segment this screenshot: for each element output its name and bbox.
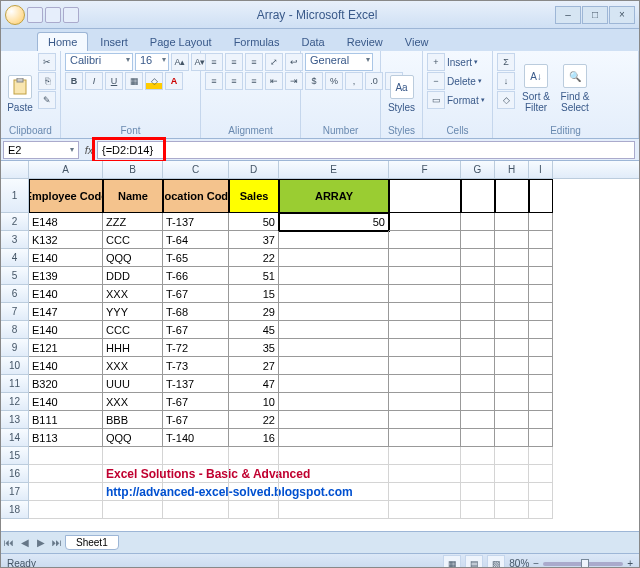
cell-G1[interactable]	[461, 179, 495, 213]
cell-E2[interactable]: 50	[279, 213, 389, 231]
cell-F15[interactable]	[389, 447, 461, 465]
cell-F10[interactable]	[389, 357, 461, 375]
cell-F18[interactable]	[389, 501, 461, 519]
cell-A6[interactable]: E140	[29, 285, 103, 303]
grow-font-icon[interactable]: A▴	[171, 53, 189, 71]
cell-H18[interactable]	[495, 501, 529, 519]
cell-D3[interactable]: 37	[229, 231, 279, 249]
cell-D17[interactable]	[229, 483, 279, 501]
cell-G4[interactable]	[461, 249, 495, 267]
sheet-tab[interactable]: Sheet1	[65, 535, 119, 550]
cell-I13[interactable]	[529, 411, 553, 429]
cell-A12[interactable]: E140	[29, 393, 103, 411]
cell-I18[interactable]	[529, 501, 553, 519]
row-header[interactable]: 8	[1, 321, 29, 339]
cell-C2[interactable]: T-137	[163, 213, 229, 231]
cell-A1[interactable]: Employee Code	[29, 179, 103, 213]
cell-E10[interactable]	[279, 357, 389, 375]
cell-C14[interactable]: T-140	[163, 429, 229, 447]
row-header[interactable]: 17	[1, 483, 29, 501]
cell-A4[interactable]: E140	[29, 249, 103, 267]
cell-B1[interactable]: Name	[103, 179, 163, 213]
italic-button[interactable]: I	[85, 72, 103, 90]
select-all-corner[interactable]	[1, 161, 29, 178]
align-center-icon[interactable]: ≡	[225, 72, 243, 90]
cell-G6[interactable]	[461, 285, 495, 303]
sort-filter-button[interactable]: A↓Sort & Filter	[518, 53, 554, 113]
cell-B14[interactable]: QQQ	[103, 429, 163, 447]
cell-E13[interactable]	[279, 411, 389, 429]
cell-I11[interactable]	[529, 375, 553, 393]
cell-D16[interactable]	[229, 465, 279, 483]
row-header[interactable]: 1	[1, 179, 29, 213]
cell-H15[interactable]	[495, 447, 529, 465]
cell-B10[interactable]: XXX	[103, 357, 163, 375]
row-header[interactable]: 15	[1, 447, 29, 465]
ribbon-tab-insert[interactable]: Insert	[90, 33, 138, 51]
cell-C4[interactable]: T-65	[163, 249, 229, 267]
font-color-button[interactable]: A	[165, 72, 183, 90]
column-header-D[interactable]: D	[229, 161, 279, 178]
clear-icon[interactable]: ◇	[497, 91, 515, 109]
cell-I1[interactable]	[529, 179, 553, 213]
cell-F14[interactable]	[389, 429, 461, 447]
tab-nav-last[interactable]: ⏭	[49, 537, 65, 548]
close-button[interactable]: ×	[609, 6, 635, 24]
cell-H11[interactable]	[495, 375, 529, 393]
cell-G7[interactable]	[461, 303, 495, 321]
cell-G13[interactable]	[461, 411, 495, 429]
align-top-icon[interactable]: ≡	[205, 53, 223, 71]
cell-H2[interactable]	[495, 213, 529, 231]
cell-B7[interactable]: YYY	[103, 303, 163, 321]
maximize-button[interactable]: □	[582, 6, 608, 24]
ribbon-tab-review[interactable]: Review	[337, 33, 393, 51]
autosum-icon[interactable]: Σ	[497, 53, 515, 71]
column-header-A[interactable]: A	[29, 161, 103, 178]
ribbon-tab-formulas[interactable]: Formulas	[224, 33, 290, 51]
cell-F12[interactable]	[389, 393, 461, 411]
fill-icon[interactable]: ↓	[497, 72, 515, 90]
cell-B18[interactable]	[103, 501, 163, 519]
column-header-C[interactable]: C	[163, 161, 229, 178]
tab-nav-first[interactable]: ⏮	[1, 537, 17, 548]
font-size-select[interactable]: 16	[135, 53, 169, 71]
cell-E7[interactable]	[279, 303, 389, 321]
currency-icon[interactable]: $	[305, 72, 323, 90]
zoom-in-button[interactable]: +	[627, 558, 633, 568]
find-select-button[interactable]: 🔍Find & Select	[557, 53, 593, 113]
cell-A15[interactable]	[29, 447, 103, 465]
cell-G16[interactable]	[461, 465, 495, 483]
cell-I16[interactable]	[529, 465, 553, 483]
cell-E3[interactable]	[279, 231, 389, 249]
row-header[interactable]: 13	[1, 411, 29, 429]
cell-I2[interactable]	[529, 213, 553, 231]
cell-C18[interactable]	[163, 501, 229, 519]
column-header-H[interactable]: H	[495, 161, 529, 178]
cell-A16[interactable]	[29, 465, 103, 483]
cell-D6[interactable]: 15	[229, 285, 279, 303]
cell-C12[interactable]: T-67	[163, 393, 229, 411]
cell-E5[interactable]	[279, 267, 389, 285]
cell-G9[interactable]	[461, 339, 495, 357]
row-header[interactable]: 14	[1, 429, 29, 447]
view-normal-icon[interactable]: ▦	[443, 555, 461, 569]
cell-D11[interactable]: 47	[229, 375, 279, 393]
cell-D14[interactable]: 16	[229, 429, 279, 447]
cell-H7[interactable]	[495, 303, 529, 321]
cell-C7[interactable]: T-68	[163, 303, 229, 321]
cell-C15[interactable]	[163, 447, 229, 465]
cell-I8[interactable]	[529, 321, 553, 339]
zoom-out-button[interactable]: −	[533, 558, 539, 568]
cell-E12[interactable]	[279, 393, 389, 411]
cell-E4[interactable]	[279, 249, 389, 267]
cell-F3[interactable]	[389, 231, 461, 249]
tab-nav-prev[interactable]: ◀	[17, 537, 33, 548]
cell-I7[interactable]	[529, 303, 553, 321]
qat-undo-icon[interactable]	[45, 7, 61, 23]
ribbon-tab-home[interactable]: Home	[37, 32, 88, 51]
cell-D15[interactable]	[229, 447, 279, 465]
cell-A14[interactable]: B113	[29, 429, 103, 447]
row-header[interactable]: 6	[1, 285, 29, 303]
cell-F7[interactable]	[389, 303, 461, 321]
cell-G12[interactable]	[461, 393, 495, 411]
